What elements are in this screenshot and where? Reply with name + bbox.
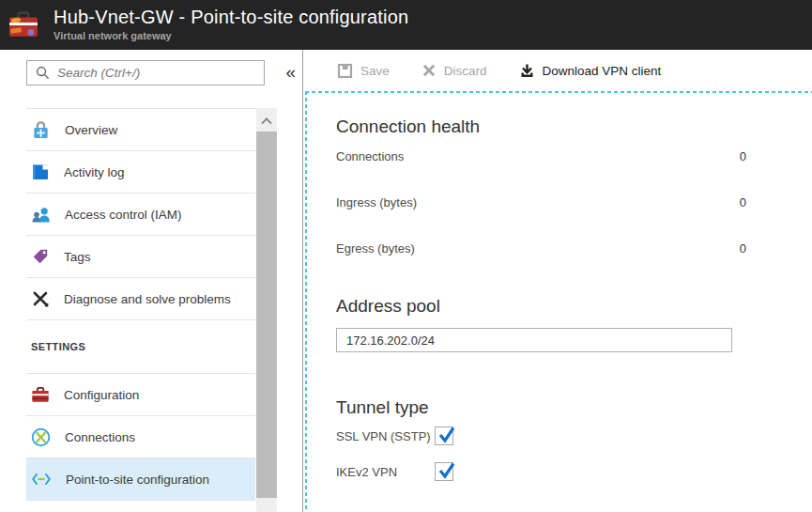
- connection-health-title: Connection health: [336, 116, 812, 137]
- connections-row: Connections 0: [336, 149, 746, 163]
- sidebar-item-label: Overview: [65, 123, 117, 137]
- sidebar-item-configuration[interactable]: Configuration: [26, 374, 255, 416]
- ingress-label: Ingress (bytes): [336, 195, 417, 209]
- blade-header: Hub-Vnet-GW - Point-to-site configuratio…: [0, 0, 812, 50]
- save-icon: [337, 63, 353, 79]
- download-vpn-client-button[interactable]: Download VPN client: [519, 63, 662, 79]
- connections-value: 0: [740, 149, 746, 163]
- access-control-icon: [31, 205, 51, 224]
- ikev2-label: IKEv2 VPN: [336, 465, 435, 479]
- sidebar-item-overview[interactable]: Overview: [26, 109, 255, 151]
- settings-section-header: SETTINGS: [26, 320, 255, 374]
- sstp-checkbox[interactable]: [435, 427, 453, 445]
- sidebar-item-connections[interactable]: Connections: [26, 416, 255, 458]
- address-pool-input[interactable]: [336, 328, 732, 352]
- ingress-value: 0: [740, 195, 746, 209]
- settings-section-label: SETTINGS: [31, 341, 85, 352]
- connections-label: Connections: [336, 149, 404, 163]
- virtual-network-gateway-icon: [8, 9, 39, 41]
- sidebar-scrollbar-thumb[interactable]: [256, 132, 277, 498]
- checkmark-icon: [437, 425, 457, 445]
- sidebar-item-label: Diagnose and solve problems: [64, 292, 231, 306]
- sidebar-item-activity-log[interactable]: Activity log: [26, 151, 255, 194]
- scroll-up-arrow-icon[interactable]: [256, 108, 277, 132]
- tags-icon: [31, 247, 50, 266]
- sidebar-item-label: Configuration: [64, 388, 139, 402]
- sidebar-item-label: Activity log: [64, 165, 125, 179]
- discard-label: Discard: [444, 64, 487, 78]
- diagnose-icon: [31, 289, 50, 308]
- download-icon: [519, 63, 535, 79]
- egress-label: Egress (bytes): [336, 241, 415, 256]
- egress-row: Egress (bytes) 0: [336, 241, 746, 256]
- save-label: Save: [360, 64, 390, 78]
- blade-form: Connection health Connections 0 Ingress …: [307, 93, 812, 512]
- point-to-site-icon: [31, 470, 52, 489]
- discard-x-icon: [421, 63, 437, 78]
- sidebar-item-label: Tags: [64, 250, 91, 264]
- connection-health-rows: Connections 0 Ingress (bytes) 0 Egress (…: [336, 149, 746, 256]
- sstp-label: SSL VPN (SSTP): [336, 429, 435, 443]
- menu-search-box[interactable]: [26, 60, 265, 85]
- ingress-row: Ingress (bytes) 0: [336, 195, 746, 209]
- egress-value: 0: [740, 241, 746, 256]
- menu-list: Overview Activity log Access control (IA…: [26, 108, 255, 501]
- overview-lock-icon: [31, 120, 51, 140]
- sidebar-item-point-to-site[interactable]: Point-to-site configuration: [26, 458, 255, 501]
- sstp-option-row: SSL VPN (SSTP): [336, 427, 812, 445]
- page-title: Hub-Vnet-GW - Point-to-site configuratio…: [54, 5, 408, 29]
- search-input[interactable]: [50, 61, 264, 85]
- sidebar-item-tags[interactable]: Tags: [26, 236, 255, 278]
- sidebar-item-label: Point-to-site configuration: [66, 473, 209, 487]
- ikev2-checkbox[interactable]: [435, 462, 453, 481]
- sidebar-item-label: Access control (IAM): [65, 208, 182, 222]
- tunnel-type-title: Tunnel type: [336, 397, 812, 418]
- save-button[interactable]: Save: [337, 63, 390, 79]
- sidebar-scrollbar[interactable]: [256, 108, 277, 512]
- azure-portal-blade: Hub-Vnet-GW - Point-to-site configuratio…: [0, 0, 812, 512]
- ikev2-option-row: IKEv2 VPN: [336, 462, 812, 481]
- blade-menu-pane: « Overview: [0, 50, 302, 512]
- address-pool-title: Address pool: [336, 296, 812, 317]
- activity-log-icon: [31, 163, 50, 181]
- point-to-site-blade-content: Save Discard: [303, 50, 812, 512]
- connections-icon: [31, 427, 51, 447]
- resource-type-subtitle: Virtual network gateway: [54, 29, 408, 42]
- checkmark-icon: [437, 460, 457, 481]
- sidebar-item-diagnose[interactable]: Diagnose and solve problems: [26, 278, 255, 320]
- sidebar-item-access-control[interactable]: Access control (IAM): [26, 194, 255, 236]
- command-bar: Save Discard: [303, 50, 812, 91]
- download-vpn-client-label: Download VPN client: [543, 64, 662, 78]
- configuration-icon: [31, 385, 50, 404]
- collapse-menu-button[interactable]: «: [285, 59, 296, 85]
- discard-button[interactable]: Discard: [421, 63, 487, 78]
- sidebar-item-label: Connections: [65, 430, 135, 444]
- search-icon: [36, 66, 50, 80]
